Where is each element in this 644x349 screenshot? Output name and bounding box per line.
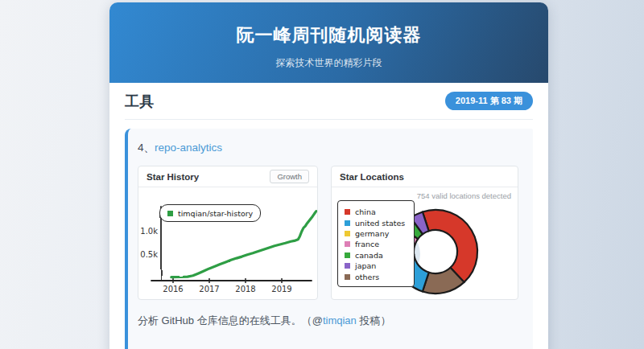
star-history-plot-area: 0.5k1.0k2016201720182019 timqian/star-hi… (138, 187, 317, 299)
legend-label: china (355, 207, 376, 216)
page-header: 阮一峰周刊随机阅读器 探索技术世界的精彩片段 (109, 2, 548, 83)
svg-text:2019: 2019 (271, 285, 291, 294)
donut-legend-row: others (345, 271, 408, 281)
legend-label: united states (355, 219, 405, 228)
description-suffix: 投稿） (357, 314, 391, 326)
donut-chart-legend: chinaunited statesgermanyfrancecanadajap… (337, 200, 415, 287)
description-text: 分析 GitHub 仓库信息的在线工具。（@ (138, 314, 323, 326)
item-card: 4、repo-analytics Star History Growth 0.5… (125, 129, 533, 349)
legend-label: japan (355, 261, 376, 270)
main-card: 阮一峰周刊随机阅读器 探索技术世界的精彩片段 工具 2019-11 第 83 期… (109, 2, 548, 349)
page-title: 阮一峰周刊随机阅读器 (109, 2, 548, 47)
star-history-title: Star History (147, 172, 199, 182)
star-history-header: Star History Growth (138, 166, 317, 187)
growth-button[interactable]: Growth (270, 170, 309, 183)
issue-badge[interactable]: 2019-11 第 83 期 (445, 92, 533, 110)
legend-series-name: timqian/star-history (178, 209, 253, 218)
star-locations-plot-area: 754 valid locations detected chinaunited… (332, 187, 518, 299)
legend-label: others (355, 273, 379, 281)
legend-label: canada (355, 251, 383, 260)
donut-legend-row: germany (345, 228, 408, 239)
item-description: 分析 GitHub 仓库信息的在线工具。（@timqian 投稿） (138, 314, 522, 328)
locations-count-note: 754 valid locations detected (417, 191, 511, 200)
item-title: 4、repo-analytics (138, 141, 522, 155)
svg-text:2016: 2016 (163, 285, 183, 294)
section-header-row: 工具 2019-11 第 83 期 (125, 83, 533, 120)
legend-swatch-icon (345, 209, 350, 215)
donut-legend-row: canada (345, 250, 408, 261)
svg-text:2017: 2017 (199, 285, 219, 294)
item-link[interactable]: repo-analytics (155, 142, 222, 154)
legend-swatch-icon (167, 211, 173, 216)
section-title: 工具 (125, 92, 154, 111)
star-locations-header: Star Locations (332, 166, 518, 187)
donut-legend-row: france (345, 239, 408, 249)
page-subtitle: 探索技术世界的精彩片段 (109, 56, 548, 70)
line-chart-legend: timqian/star-history (159, 204, 261, 222)
star-locations-card: Star Locations 754 valid locations detec… (331, 166, 518, 300)
legend-swatch-icon (345, 263, 350, 269)
charts-row: Star History Growth 0.5k1.0k201620172018… (138, 166, 522, 300)
donut-legend-row: japan (345, 261, 408, 271)
legend-swatch-icon (345, 241, 350, 247)
legend-label: france (355, 240, 379, 248)
legend-swatch-icon (345, 231, 350, 236)
legend-swatch-icon (345, 253, 350, 258)
item-number: 4、 (138, 142, 155, 154)
legend-swatch-icon (345, 220, 350, 226)
author-link[interactable]: timqian (323, 314, 357, 326)
star-locations-title: Star Locations (340, 172, 404, 182)
legend-label: germany (355, 229, 389, 238)
svg-text:2018: 2018 (235, 285, 255, 294)
star-history-card: Star History Growth 0.5k1.0k201620172018… (138, 166, 318, 300)
content-area: 工具 2019-11 第 83 期 4、repo-analytics Star … (109, 83, 548, 349)
legend-swatch-icon (345, 274, 350, 280)
donut-legend-row: united states (345, 217, 408, 228)
svg-text:1.0k: 1.0k (140, 227, 158, 236)
svg-text:0.5k: 0.5k (140, 250, 158, 259)
donut-legend-row: china (345, 207, 408, 217)
